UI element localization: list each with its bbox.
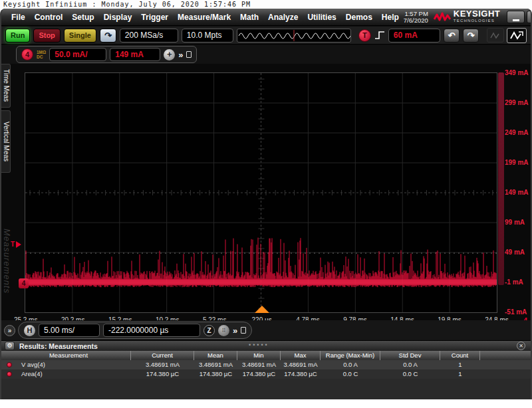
results-close-button[interactable]: ✕: [517, 342, 525, 350]
memory-depth-field[interactable]: 10.0 Mpts: [182, 29, 233, 43]
menu-display[interactable]: Display: [99, 10, 137, 25]
clock-time: 1:57 PM: [404, 11, 428, 17]
trigger-badge[interactable]: T: [358, 29, 371, 42]
channel-4-scale-band[interactable]: [498, 72, 504, 285]
gear-icon[interactable]: ⚙: [5, 342, 15, 350]
zoom-mode-button[interactable]: [487, 28, 504, 43]
menu-demos[interactable]: Demos: [341, 10, 377, 25]
vertical-offset-field[interactable]: 149 mA: [110, 48, 160, 61]
menu-file[interactable]: File: [7, 10, 30, 25]
measurement-value: 3.48691 mA: [281, 360, 321, 369]
column-header[interactable]: Mean: [194, 351, 237, 360]
table-row[interactable]: Area(4)174.380 µC174.380 µC174.380 µC174…: [1, 369, 531, 379]
restore-button[interactable]: [527, 11, 532, 23]
measurements-watermark: Measurements: [2, 229, 12, 294]
knob-icon[interactable]: ⠿: [218, 325, 229, 336]
single-button[interactable]: Single: [64, 29, 96, 43]
menu-trigger[interactable]: Trigger: [136, 10, 173, 25]
add-channel-button[interactable]: +: [164, 49, 175, 60]
trigger-level-field[interactable]: 60 mA: [388, 29, 440, 43]
measurement-value: 1: [440, 360, 480, 369]
trigger-time-marker-icon[interactable]: [255, 306, 269, 313]
y-axis-label: 99 mA: [505, 219, 532, 226]
vertical-scale-field[interactable]: 50.0 mA/: [49, 48, 106, 61]
channel-4-badge[interactable]: 4: [21, 49, 33, 60]
measurement-value: 174.380 µC: [281, 369, 321, 379]
results-column-header: MeasurementCurrentMeanMinMaxRange (Max-M…: [1, 351, 531, 360]
measurement-value: 3.48691 mA: [131, 360, 194, 369]
channel-4-ground-marker[interactable]: 4: [19, 278, 29, 288]
y-axis-label: 49 mA: [505, 249, 532, 256]
expand-horizontal-bar[interactable]: »: [4, 325, 15, 336]
column-header[interactable]: Measurement: [7, 351, 131, 360]
coupling-mode: DC: [37, 54, 46, 59]
redo-button[interactable]: ↷: [463, 29, 479, 43]
expand-horizontal-controls[interactable]: »: [233, 326, 237, 336]
measurement-name: V avg(4): [7, 360, 131, 369]
zoom-button[interactable]: Z: [203, 325, 215, 336]
horizontal-pin-icon[interactable]: [241, 327, 246, 334]
menu-math[interactable]: Math: [235, 10, 263, 25]
menu-analyze[interactable]: Analyze: [263, 10, 303, 25]
waveform-draw-icon: [509, 30, 524, 41]
y-axis-label: -1 mA: [505, 278, 532, 286]
channel-bar: 4 1MΩ DC 50.0 mA/ 149 mA + »: [1, 45, 531, 64]
clock: 1:57 PM 7/6/2020: [404, 11, 434, 24]
stop-button[interactable]: Stop: [33, 29, 60, 43]
minimize-button[interactable]: [507, 11, 525, 23]
column-header[interactable]: Std Dev: [380, 351, 440, 360]
graticule[interactable]: [25, 72, 497, 313]
drag-handle[interactable]: •••••: [249, 342, 269, 348]
clear-display-button[interactable]: ↷: [100, 29, 116, 43]
timebase-scale-field[interactable]: 5.00 ms/: [39, 324, 100, 337]
column-header[interactable]: Min: [237, 351, 281, 360]
trigger-level-arrow-icon: [16, 241, 21, 248]
menu-setup[interactable]: Setup: [67, 10, 98, 25]
results-header: ⚙ Results: Measurements ••••• ✕: [1, 341, 531, 351]
preview-waveform-icon: [237, 29, 350, 42]
menu-control[interactable]: Control: [30, 10, 68, 25]
measurement-value: 1: [440, 369, 480, 379]
column-header[interactable]: Count: [440, 351, 480, 360]
brand-name: KEYSIGHT: [454, 10, 500, 17]
minimize-icon: [513, 19, 519, 21]
y-axis-label: 299 mA: [505, 99, 532, 106]
y-axis-label: 149 mA: [505, 189, 532, 196]
channel-4-controls: 4 1MΩ DC 50.0 mA/ 149 mA + »: [16, 46, 197, 63]
column-header[interactable]: Range (Max-Min): [321, 351, 380, 360]
tab-vertical-meas[interactable]: Vertical Meas: [1, 110, 11, 173]
measurement-value: 0.0 C: [321, 369, 380, 379]
menu-utilities[interactable]: Utilities: [303, 10, 340, 25]
horizontal-bar: » H 5.00 ms/ -222.0000000 µs Z ⠿ »: [1, 320, 531, 340]
run-control-toolbar: Run Stop Single ↷ 200 MSa/s 10.0 Mpts T …: [1, 27, 531, 45]
column-header[interactable]: Max: [281, 351, 321, 360]
sample-rate-field[interactable]: 200 MSa/s: [120, 29, 178, 43]
infiniium-app-window: FileControlSetupDisplayTriggerMeasure/Ma…: [0, 9, 532, 399]
results-title: Results: Measurements: [19, 342, 98, 350]
acquisition-preview[interactable]: [237, 29, 351, 43]
trigger-level-marker[interactable]: T: [11, 241, 21, 248]
keysight-logo: KEYSIGHT TECHNOLOGIES: [434, 10, 507, 25]
tab-time-meas[interactable]: Time Meas: [1, 64, 11, 108]
waveform-draw-button[interactable]: [507, 28, 527, 43]
run-button[interactable]: Run: [5, 29, 30, 43]
os-window-title: Keysight Infiniium : Monday, July 06, 20…: [0, 0, 532, 9]
expand-channel-controls[interactable]: »: [178, 50, 183, 60]
table-row[interactable]: V avg(4)3.48691 mA3.48691 mA3.48691 mA3.…: [1, 360, 531, 369]
brand-sub: TECHNOLOGIES: [454, 17, 500, 25]
menu-help[interactable]: Help: [377, 10, 404, 25]
trigger-edge-icon: [374, 30, 385, 41]
column-header[interactable]: Current: [131, 351, 194, 360]
redo-icon: ↷: [467, 31, 474, 41]
measurement-value: 0.0 C: [380, 369, 440, 379]
pin-icon[interactable]: [186, 51, 192, 58]
measurement-value: 174.380 µC: [237, 369, 281, 379]
timebase-position-field[interactable]: -222.0000000 µs: [103, 324, 200, 337]
measurement-name: Area(4): [7, 369, 131, 379]
horizontal-badge[interactable]: H: [24, 325, 35, 336]
waveform-display-area: 349 mA299 mA249 mA199 mA149 mA99 mA49 mA…: [1, 64, 531, 329]
y-axis-label: 249 mA: [505, 129, 532, 136]
undo-button[interactable]: ↶: [444, 29, 460, 43]
y-axis-label: 349 mA: [505, 69, 532, 76]
menu-measure-mark[interactable]: Measure/Mark: [173, 10, 235, 25]
